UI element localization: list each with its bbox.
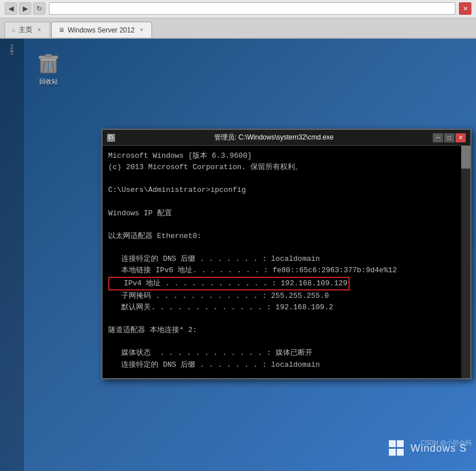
cmd-line10: 连接特定的 DNS 后缀 . . . . . . . : localdomain [108,255,320,263]
cmd-icon: C\ [107,134,115,142]
cmd-line1: Microsoft Windows [版本 6.3.9600] [108,151,252,160]
home-tab-label: 主页 [19,25,32,35]
sidebar-strip: rver [0,39,24,471]
svg-rect-3 [45,54,52,56]
sidebar-label: rver [9,44,15,56]
cmd-line2: (c) 2013 Microsoft Corporation. 保留所有权利。 [108,163,302,171]
win-logo-sq3 [389,449,396,456]
tab-windows-server[interactable]: 🖥 Windows Server 2012 × [51,22,152,38]
cmd-line8: 以太网适配器 Ethernet0: [108,232,202,240]
refresh-button[interactable]: ↻ [33,2,46,15]
back-button[interactable]: ◀ [5,2,17,15]
svg-text:♻: ♻ [46,62,52,70]
win-logo-sq4 [397,449,404,456]
cmd-close-button[interactable]: ✕ [456,133,466,142]
server-tab-label: Windows Server 2012 [68,26,134,34]
cmd-line19: 连接特定的 DNS 后缀 . . . . . . . : localdomain [108,361,320,369]
cmd-line6: Windows IP 配置 [108,209,172,218]
windows-logo-icon [389,440,405,456]
browser-toolbar: ◀ ▶ ↻ ✕ [0,0,476,18]
cmd-maximize-button[interactable]: □ [444,133,454,142]
cmd-line13: 子网掩码 . . . . . . . . . . . . : 255.255.2… [108,292,329,300]
window-close-button[interactable]: ✕ [459,2,471,15]
cmd-window: C\ 管理员: C:\Windows\system32\cmd.exe ─ □ … [101,129,471,379]
tab-bar: ⌂ 主页 × 🖥 Windows Server 2012 × [0,18,476,38]
cmd-line11: 本地链接 IPv6 地址. . . . . . . . : fe80::65c6… [108,266,397,275]
cmd-line16: 隧道适配器 本地连接* 2: [108,326,197,334]
win-logo-sq2 [397,440,404,447]
server-tab-close[interactable]: × [138,26,145,34]
cmd-scrollbar[interactable] [461,146,470,378]
scrollbar-thumb[interactable] [461,146,470,169]
cmd-title: 管理员: C:\Windows\system32\cmd.exe [118,133,429,142]
forward-button[interactable]: ▶ [19,2,31,15]
cmd-content[interactable]: Microsoft Windows [版本 6.3.9600] (c) 2013… [102,146,470,378]
home-tab-icon: ⌂ [12,27,15,33]
cmd-line4: C:\Users\Administrator>ipconfig [108,186,246,194]
windows-watermark: Windows S [362,425,476,471]
browser-chrome: ◀ ▶ ↻ ✕ ⌂ 主页 × 🖥 Windows Server 2012 × [0,0,476,39]
csdn-attribution: CSDN @小邵会码 [421,439,471,447]
cmd-line18: 媒体状态 . . . . . . . . . . . . : 媒体已断开 [108,349,313,357]
csdn-text: CSDN @小邵会码 [421,439,471,446]
cmd-minimize-button[interactable]: ─ [433,133,443,142]
server-tab-icon: 🖥 [59,27,64,33]
cmd-titlebar: C\ 管理员: C:\Windows\system32\cmd.exe ─ □ … [102,130,470,146]
recycle-bin-image: ♻ [37,50,60,75]
cmd-ipv4-line: IPv4 地址 . . . . . . . . . . . . : 192.16… [108,277,350,290]
tab-home[interactable]: ⌂ 主页 × [5,22,50,38]
desktop: rver ♻ 回收站 C\ [0,39,476,471]
nav-arrows: ◀ ▶ ↻ [5,2,46,15]
recycle-bin-label: 回收站 [39,77,58,86]
recycle-bin-icon[interactable]: ♻ 回收站 [31,50,65,86]
cmd-controls: ─ □ ✕ [433,133,466,142]
win-logo-sq1 [389,440,396,447]
home-tab-close[interactable]: × [36,26,43,34]
cmd-line14: 默认网关. . . . . . . . . . . . . : 192.168.… [108,303,333,312]
